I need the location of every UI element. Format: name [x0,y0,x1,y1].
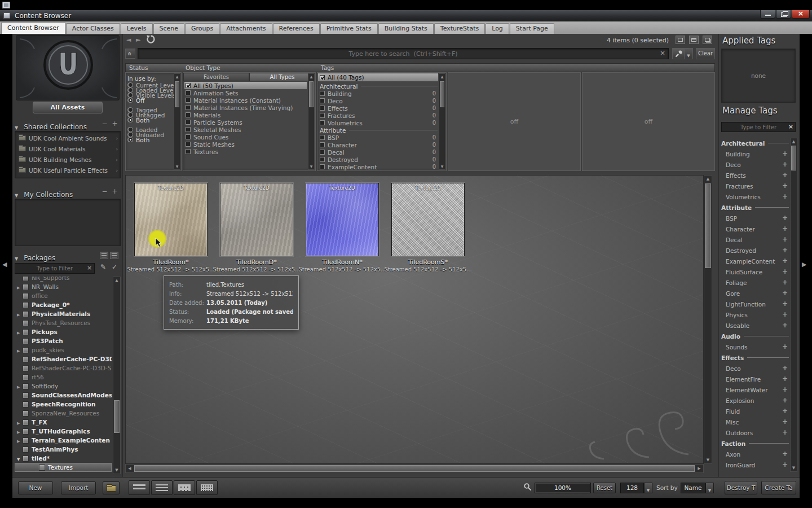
left-collapse-gutter[interactable]: ◀ [0,34,12,498]
checkbox-icon[interactable] [320,142,325,147]
add-tag-icon[interactable] [782,450,788,458]
asset-tile[interactable]: Texture2D TiledRoomD* Streamed 512x512 -… [220,183,293,278]
add-tag-icon[interactable] [782,321,788,329]
checkbox-icon[interactable] [320,98,325,103]
package-tree-scrollbar[interactable] [113,277,121,474]
add-tag-icon[interactable] [782,150,788,157]
add-tag-icon[interactable] [782,386,788,393]
thumbnail-size-value[interactable]: 128 [620,483,644,493]
scroll-up-icon[interactable] [791,138,797,145]
collapse-triangle-icon[interactable] [15,252,21,262]
expand-arrow-icon[interactable] [17,347,23,353]
tags-scrollbar[interactable] [439,73,445,170]
remove-my-collection-button[interactable] [101,189,108,196]
manage-tag-entry[interactable]: Building [720,148,789,159]
package-filter-input[interactable] [15,263,95,274]
status-filter-option[interactable]: Loaded Levels [127,87,133,93]
manage-tag-entry[interactable]: Useable [720,320,789,331]
manage-tag-entry[interactable]: Misc [720,417,789,427]
tag-filter-entry[interactable]: Architectural [319,82,438,90]
scroll-up-icon[interactable] [704,176,712,182]
radio-icon[interactable] [128,98,133,103]
add-tag-icon[interactable] [782,171,788,179]
checkbox-icon[interactable] [320,150,325,155]
scrollbar-thumb[interactable] [791,146,796,170]
manage-tag-entry[interactable]: Destroyed [720,245,789,256]
package-tree-item[interactable]: NR_Walls [15,282,112,291]
collapse-right-icon[interactable]: ▶ [802,261,806,268]
manage-tag-entry[interactable]: Explosion [720,395,789,406]
window-tab[interactable]: Building Stats [378,23,434,34]
collection-item[interactable]: UDK Building Meshes [15,154,120,165]
checkbox-icon[interactable] [320,157,325,162]
shared-collections-header[interactable]: Shared Collections [15,121,121,130]
status-filter-option[interactable]: Visible Levels [127,93,133,98]
status-filter-option[interactable]: Tagged [127,107,133,112]
collection-item[interactable]: UDK Cool Materials [15,143,120,154]
scroll-right-icon[interactable] [695,465,703,472]
manage-tag-entry[interactable]: Deco [720,363,789,374]
new-button[interactable]: New [18,481,53,494]
package-tree-item[interactable]: PS3Patch [15,336,112,345]
grid-layout-icon[interactable] [676,36,685,44]
status-scrollbar[interactable] [174,73,180,170]
asset-horizontal-scrollbar[interactable] [125,464,704,473]
collapse-triangle-icon[interactable] [15,121,21,132]
package-view-mode-icon[interactable] [100,252,108,259]
manage-tag-entry[interactable]: Effects [720,170,789,181]
scrollbar-thumb[interactable] [114,400,120,433]
package-tree-item[interactable]: Textures [15,463,112,472]
scroll-down-icon[interactable] [308,164,314,169]
asset-thumbnail[interactable]: Texture2D [306,183,379,256]
package-tree-item[interactable]: Package_0* [15,300,112,309]
manage-tag-entry[interactable]: Physics [720,309,789,320]
close-button[interactable] [792,10,810,19]
add-tag-icon[interactable] [782,268,788,275]
package-tree-item[interactable]: pudk_skies [15,345,112,354]
asset-vertical-scrollbar[interactable] [704,175,712,464]
asset-tile[interactable]: Texture2D TiledRoomS* Streamed 512x512 -… [391,183,465,278]
manage-tag-entry[interactable]: ElementFire [720,374,789,384]
scroll-up-icon[interactable] [308,74,314,80]
checkbox-icon[interactable] [320,91,325,96]
destroy-tags-button[interactable]: Destroy T [725,481,757,494]
expand-arrow-icon[interactable] [17,283,23,290]
object-type-option[interactable]: Animation Sets [184,89,307,97]
window-tab[interactable]: Scene [153,23,185,34]
package-tree-item[interactable]: Pickups [15,327,112,336]
window-tab[interactable]: Groups [185,23,219,34]
window-tab[interactable]: TextureStats [434,23,485,34]
status-filter-option[interactable]: Loaded [127,127,133,132]
tag-filter-entry[interactable]: Decal 0 [319,148,438,156]
clear-search-button[interactable]: Clear [696,48,715,59]
checkbox-icon[interactable] [320,164,325,169]
package-tree-item[interactable]: PhysTest_Resources [15,318,112,327]
sort-dropdown[interactable] [705,483,714,493]
window-tab[interactable]: Primitive Stats [320,23,378,34]
asset-tile[interactable]: Texture2D TiledRoom* Streamed 512x512 ->… [134,183,208,278]
expand-arrow-icon[interactable] [17,383,23,389]
radio-icon[interactable] [128,107,133,112]
tag-filter-entry[interactable]: Deco 0 [319,97,438,104]
status-filter-option[interactable]: Both [127,137,133,142]
checkbox-icon[interactable] [186,149,191,154]
all-assets-button[interactable]: All Assets [33,102,103,113]
add-tag-icon[interactable] [782,160,788,168]
tag-filter-entry[interactable]: ExampleContent 0 [319,163,438,170]
scrollbar-thumb[interactable] [440,81,444,107]
add-tag-icon[interactable] [782,428,788,436]
manage-tag-entry[interactable]: IronGuard [720,459,789,470]
window-tab[interactable]: Content Browser [1,22,65,34]
status-filter-option[interactable]: Untagged [127,112,133,117]
manage-tag-entry[interactable]: Axon [720,449,789,459]
package-tree-item[interactable]: RefShaderCache-PC-D3D [15,354,112,364]
status-filter-option[interactable]: Current Level [127,82,133,87]
window-tab[interactable]: Start Page [510,23,554,34]
add-tag-icon[interactable] [782,257,788,265]
view-grid-icon[interactable] [196,480,218,495]
radio-icon[interactable] [128,117,133,122]
manage-tag-entry[interactable]: Fractures [720,181,789,191]
restore-button[interactable] [776,10,791,19]
tag-filter-entry[interactable]: Building 0 [319,90,438,97]
scrollbar-thumb[interactable] [175,81,179,107]
